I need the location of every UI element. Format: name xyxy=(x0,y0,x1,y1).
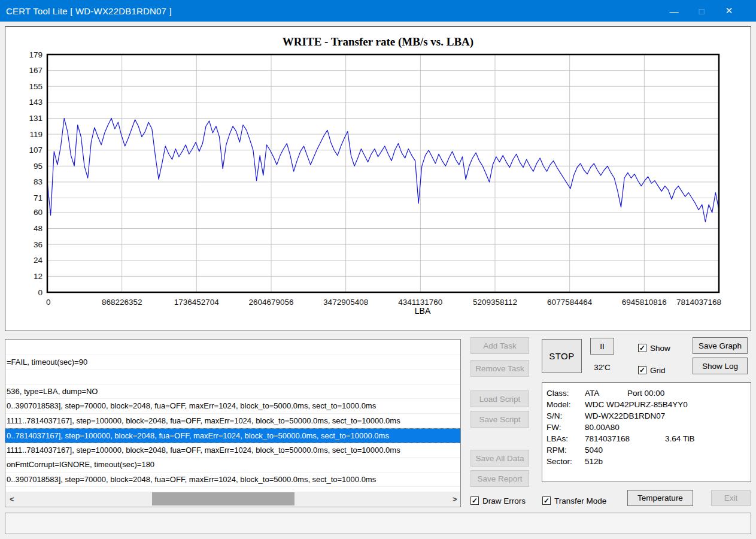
device-info-label: LBAs: xyxy=(546,433,585,444)
exit-button[interactable]: Exit xyxy=(711,490,751,506)
y-tick-label: 119 xyxy=(29,130,42,139)
save-report-button[interactable]: Save Report xyxy=(470,470,529,487)
device-info-value: 512b xyxy=(585,457,603,466)
y-tick-label: 48 xyxy=(34,224,42,233)
device-info-panel: Class:ATAPort 00:00Model:WDC WD42PURZ-85… xyxy=(542,382,751,482)
y-tick-label: 12 xyxy=(34,272,42,281)
transfer-mode-checkbox[interactable]: Transfer Mode xyxy=(542,496,606,505)
minimize-icon[interactable]: — xyxy=(660,0,688,22)
script-list-rows: =FAIL, timeout(sec)=90536, type=LBA, dum… xyxy=(5,340,460,487)
y-tick-label: 60 xyxy=(34,208,42,217)
show-log-button[interactable]: Show Log xyxy=(693,358,748,374)
grid-checkbox[interactable]: Grid xyxy=(638,365,666,375)
device-info-extra: Port 00:00 xyxy=(627,387,664,399)
device-info-row: FW:80.00A80 xyxy=(546,422,751,433)
transfer-rate-chart: 0122436486071839510711913114315516717908… xyxy=(5,27,752,332)
list-item[interactable] xyxy=(5,340,460,355)
device-info-value: ATA xyxy=(585,389,599,398)
list-item[interactable]: 536, type=LBA, dump=NO xyxy=(5,384,460,399)
device-info-extra: 3.64 TiB xyxy=(665,433,695,444)
pause-icon[interactable]: II xyxy=(590,338,614,355)
window-controls: — □ ✕ xyxy=(660,0,743,22)
x-tick-label: 5209358112 xyxy=(473,298,517,307)
device-info-label: Class: xyxy=(546,387,585,399)
x-tick-label: 1736452704 xyxy=(174,298,220,307)
y-tick-label: 179 xyxy=(29,50,42,59)
draw-errors-checkbox[interactable]: Draw Errors xyxy=(470,496,526,505)
add-task-button[interactable]: Add Task xyxy=(470,337,529,354)
list-item[interactable]: 0..3907018583], step=70000, block=2048, … xyxy=(5,473,460,487)
titlebar[interactable]: CERT Tool Lite [ WD-WX22DB1RDN07 ] — □ ✕ xyxy=(0,0,756,22)
y-tick-label: 107 xyxy=(29,146,42,155)
script-list[interactable]: =FAIL, timeout(sec)=90536, type=LBA, dum… xyxy=(5,339,461,507)
y-tick-label: 83 xyxy=(34,177,42,186)
y-tick-label: 95 xyxy=(34,162,42,171)
device-info-value: WDC WD42PURZ-85B4YY0 xyxy=(585,400,688,409)
device-info-row: RPM:5040 xyxy=(546,444,751,456)
status-bar xyxy=(5,513,751,534)
y-tick-label: 0 xyxy=(38,288,42,297)
scrollbar-thumb[interactable] xyxy=(152,492,294,505)
show-checkbox-label: Show xyxy=(650,344,670,353)
show-checkbox[interactable]: Show xyxy=(638,343,670,353)
temperature-reading: 32'C xyxy=(587,363,618,372)
device-info-label: RPM: xyxy=(546,444,585,456)
grid-checkbox-label: Grid xyxy=(650,366,666,375)
list-item[interactable] xyxy=(5,370,460,384)
device-info-row: S/N:WD-WX22DB1RDN07 xyxy=(546,410,751,422)
window-title: CERT Tool Lite [ WD-WX22DB1RDN07 ] xyxy=(6,6,172,16)
y-tick-label: 36 xyxy=(34,240,42,249)
list-item[interactable]: 0..3907018583], step=70000, block=2048, … xyxy=(5,399,460,414)
maximize-icon[interactable]: □ xyxy=(688,0,715,22)
transfer-rate-line xyxy=(47,119,719,222)
x-tick-label: 3472905408 xyxy=(323,298,368,307)
y-tick-label: 155 xyxy=(29,82,42,91)
device-info-row: Sector:512b xyxy=(546,456,751,467)
x-tick-label: 4341131760 xyxy=(398,298,442,307)
list-item[interactable]: =FAIL, timeout(sec)=90 xyxy=(5,355,460,370)
checkbox-checked-icon xyxy=(638,344,646,352)
device-info-value: 80.00A80 xyxy=(585,423,620,432)
x-tick-label: 7814037168 xyxy=(676,298,721,307)
checkbox-checked-icon xyxy=(638,366,646,374)
checkbox-checked-icon xyxy=(470,496,479,505)
device-info-label: Model: xyxy=(546,399,585,410)
x-tick-label: 0 xyxy=(46,298,51,307)
device-info-label: FW: xyxy=(546,422,585,433)
x-tick-label: 2604679056 xyxy=(248,298,293,307)
remove-task-button[interactable]: Remove Task xyxy=(470,360,529,377)
device-info-value: 7814037168 xyxy=(585,434,630,443)
transfer-mode-checkbox-label: Transfer Mode xyxy=(554,496,606,505)
close-icon[interactable]: ✕ xyxy=(715,0,743,22)
save-script-button[interactable]: Save Script xyxy=(470,411,529,428)
scroll-left-icon[interactable]: < xyxy=(6,492,17,506)
device-info-value: 5040 xyxy=(585,446,603,455)
load-script-button[interactable]: Load Script xyxy=(470,390,529,407)
stop-button[interactable]: STOP xyxy=(542,339,582,373)
y-tick-label: 143 xyxy=(29,98,42,107)
device-info-value: WD-WX22DB1RDN07 xyxy=(585,411,665,420)
list-item[interactable]: 1111..7814037167], step=100000, block=20… xyxy=(5,414,460,429)
save-graph-button[interactable]: Save Graph xyxy=(693,337,748,354)
x-axis-label: LBA xyxy=(393,306,453,316)
temperature-button[interactable]: Temperature xyxy=(627,490,693,506)
device-info-label: S/N: xyxy=(546,410,585,422)
y-tick-label: 167 xyxy=(29,66,42,75)
save-all-data-button[interactable]: Save All Data xyxy=(470,450,529,467)
checkbox-checked-icon xyxy=(542,496,551,505)
y-tick-label: 71 xyxy=(34,193,42,202)
device-info-row: LBAs:78140371683.64 TiB xyxy=(546,433,751,444)
device-info-label: Sector: xyxy=(546,456,585,467)
x-tick-label: 6945810816 xyxy=(622,298,667,307)
y-tick-label: 24 xyxy=(34,256,43,265)
list-item[interactable]: 1111..7814037167], step=100000, block=20… xyxy=(5,443,460,458)
list-item[interactable]: 0..7814037167], step=100000, block=2048,… xyxy=(5,428,460,443)
x-tick-label: 868226352 xyxy=(102,298,142,307)
device-info-row: Model:WDC WD42PURZ-85B4YY0 xyxy=(546,399,751,410)
x-tick-label: 6077584464 xyxy=(547,298,593,307)
scroll-right-icon[interactable]: > xyxy=(449,492,460,506)
y-tick-label: 131 xyxy=(29,114,42,123)
list-item[interactable]: onFmtCorrupt=IGNORE, timeout(sec)=180 xyxy=(5,458,460,473)
horizontal-scrollbar[interactable]: < > xyxy=(6,492,460,506)
chart-panel: WRITE - Transfer rate (MB/s vs. LBA) 012… xyxy=(5,26,751,331)
